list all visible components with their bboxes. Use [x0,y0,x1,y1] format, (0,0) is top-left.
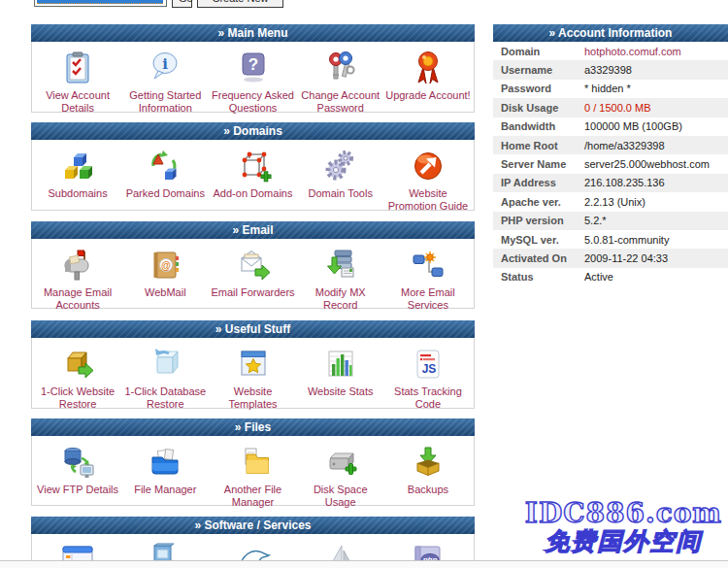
account-info-header: » Account Information [493,24,728,42]
menu-item-label: View FTP Details [37,484,118,496]
webmail-book-icon: @ [146,246,184,284]
section-header-files: » Files [31,418,475,436]
menu-item-email-0[interactable]: Manage Email Accounts [34,246,121,312]
menu-item-domains-1[interactable]: Parked Domains [121,147,209,200]
account-info-row: Activated On2009-11-22 04:33 [493,249,728,267]
svg-text:JS: JS [422,362,437,376]
menu-item-domains-3[interactable]: Domain Tools [297,147,384,200]
account-info-row: Bandwidth100000 MB (100GB) [493,117,728,136]
menu-item-useful-stuff-4[interactable]: JSStats Tracking Code [384,345,472,411]
menu-item-email-3[interactable]: Modify MX Record [297,246,384,312]
account-info-table: Domainhotphoto.comuf.comUsernamea3329398… [493,42,728,286]
create-new-button[interactable]: Create New [197,0,283,8]
account-info-value: 0 / 1500.0 MB [584,102,651,114]
account-info-value: 2.2.13 (Unix) [584,196,645,208]
input-text-selection [37,0,163,4]
menu-item-label: More Email Services [384,286,472,312]
menu-item-domains-2[interactable]: Add-on Domains [209,147,296,200]
menu-item-main-menu-2[interactable]: ?Frequency Asked Questions [209,49,296,115]
svg-text:?: ? [248,55,257,74]
account-info-label: Apache ver. [493,196,584,208]
menu-item-domains-0[interactable]: Subdomains [34,147,121,200]
menu-item-main-menu-0[interactable]: View Account Details [34,49,121,115]
account-info-label: Password [493,83,584,94]
menu-item-label: Website Promotion Guide [384,187,472,213]
menu-item-label: Add-on Domains [214,187,293,200]
section-header-main-menu: » Main Menu [31,24,475,42]
account-info-row: Disk Usage0 / 1500.0 MB [493,98,728,117]
account-info-value: 216.108.235.136 [584,177,665,188]
menu-item-files-4[interactable]: Backups [384,443,472,496]
menu-item-files-0[interactable]: View FTP Details [34,443,121,496]
menu-item-email-2[interactable]: Email Forwarders [209,246,296,299]
svg-text:@: @ [161,260,171,271]
svg-text:i: i [162,55,168,73]
menu-item-main-menu-4[interactable]: Upgrade Account! [384,49,472,102]
addon-domains-icon [234,147,273,185]
account-info-label: Username [493,64,584,76]
bottom-edge-strip [0,560,728,568]
menu-item-label: 1-Click Website Restore [34,385,121,411]
domain-tools-gears-icon [321,147,360,185]
parked-domains-icon [146,147,184,185]
account-info-value: 5.0.81-community [584,234,669,246]
account-info-label: Domain [493,46,584,57]
section-body-main-menu: View Account DetailsiGetting Started Inf… [31,42,475,113]
section-domains: » DomainsSubdomainsParked DomainsAdd-on … [31,122,475,211]
account-info-row: PHP version5.2.* [493,212,728,230]
account-info-row: Apache ver.2.2.13 (Unix) [493,192,728,211]
section-body-files: View FTP DetailsFile ManagerAnother File… [31,436,475,506]
menu-item-useful-stuff-1[interactable]: 1-Click Database Restore [121,345,209,411]
account-info-label: Status [493,271,584,283]
menu-item-label: WebMail [145,286,186,299]
menu-item-files-3[interactable]: Disk Space Usage [297,443,384,509]
menu-item-useful-stuff-2[interactable]: Website Templates [209,345,296,411]
getting-started-icon: i [146,49,184,87]
menu-item-main-menu-1[interactable]: iGetting Started Information [121,49,209,115]
menu-item-email-4[interactable]: More Email Services [384,246,472,312]
account-info-value: 5.2.* [584,215,607,226]
account-info-value: server25.000webhost.com [584,158,710,170]
account-info-label: Server Name [493,158,584,170]
website-restore-icon [58,345,97,384]
templates-icon [234,345,273,384]
go-button[interactable]: Go [172,0,192,8]
menu-item-files-2[interactable]: Another File Manager [209,443,296,509]
menu-item-main-menu-3[interactable]: Change Account Password [297,49,384,115]
section-useful-stuff: » Useful Stuff1-Click Website Restore1-C… [31,320,475,409]
menu-item-label: Email Forwarders [211,286,294,299]
watermark-chinese-text: 免费国外空间 [525,528,722,555]
account-info-label: Bandwidth [493,120,584,132]
account-information-panel: » Account Information Domainhotphoto.com… [493,24,728,286]
another-file-manager-icon [234,443,273,482]
account-info-row: Password* hidden * [493,80,728,98]
menu-item-email-1[interactable]: @WebMail [121,246,209,299]
section-header-email: » Email [31,221,475,239]
domain-input[interactable] [34,0,167,7]
account-info-value: 2009-11-22 04:33 [584,252,668,264]
menu-item-useful-stuff-0[interactable]: 1-Click Website Restore [34,345,121,411]
section-header-software-services: » Software / Services [31,517,475,534]
account-info-row: IP Address216.108.235.136 [493,174,728,192]
menu-item-domains-4[interactable]: Website Promotion Guide [384,147,472,213]
menu-item-files-1[interactable]: File Manager [121,443,209,496]
menu-item-label: Frequency Asked Questions [209,89,296,115]
account-info-label: Home Root [493,140,584,151]
watermark: IDC886.com 免费国外空间 [525,499,722,555]
account-info-row: Server Nameserver25.000webhost.com [493,154,728,173]
watermark-site-name: IDC886.com [525,499,722,528]
password-keys-icon [321,49,360,87]
menu-item-useful-stuff-3[interactable]: Website Stats [297,345,384,398]
account-info-value: /home/a3329398 [584,140,665,151]
section-body-useful-stuff: 1-Click Website Restore1-Click Database … [31,338,475,409]
account-info-row: StatusActive [493,268,728,286]
account-info-value[interactable]: hotphoto.comuf.com [584,46,681,57]
mx-record-icon [321,246,360,284]
section-header-domains: » Domains [31,122,475,140]
account-info-value: Active [584,271,613,283]
menu-item-label: File Manager [134,484,196,496]
more-email-icon [409,246,447,284]
account-info-row: MySQL ver.5.0.81-community [493,230,728,249]
account-details-icon [58,49,97,87]
section-email: » EmailManage Email Accounts@WebMailEmai… [31,221,475,309]
